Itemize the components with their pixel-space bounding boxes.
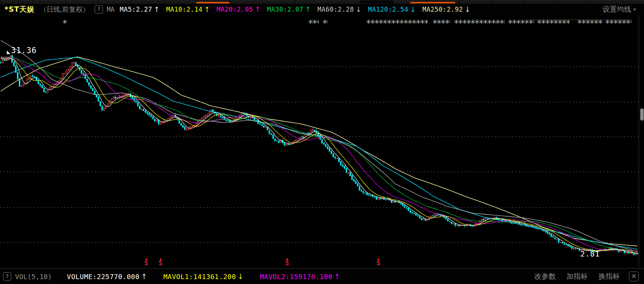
ma-settings-button[interactable]: 设置均线 ▾	[603, 5, 639, 14]
ma-legend-item-6: MA250:2.92↓	[422, 6, 470, 13]
ma120-line	[1, 57, 638, 249]
ma-legend-item-label: MA120:2.54	[368, 6, 408, 13]
suspension-marker: ***	[323, 19, 328, 27]
arrow-down-icon: ↓	[356, 5, 361, 14]
help-icon[interactable]: ?	[3, 272, 11, 281]
ma-legend-item-0: MA5:2.27↑	[120, 6, 159, 13]
close-icon[interactable]: ×	[629, 272, 639, 281]
price-gridline	[0, 66, 639, 67]
tab-segment[interactable]	[164, 0, 196, 3]
sell-signal-marker: ▲S	[284, 258, 291, 266]
arrow-up-icon: ↑	[205, 5, 210, 14]
sell-signal-marker: ▲S	[157, 258, 164, 266]
ma-legend-item-label: MA20:2.05	[217, 6, 253, 13]
ma-legend-item-2: MA20:2.05↑	[217, 6, 260, 13]
suspension-marker: ******************	[454, 19, 505, 27]
suspension-marker: **********	[508, 19, 534, 27]
volume-legend-item-label: VOLUME:225770.000	[67, 273, 140, 281]
suspension-marker: *****	[308, 19, 319, 27]
arrow-up-icon: ↑	[334, 272, 340, 281]
arrow-up-icon: ↑	[255, 5, 260, 14]
volume-legend-item-1: MAVOL1:141361.200↓	[164, 273, 243, 281]
volume-legend-item-0: VOLUME:225770.000↑	[67, 273, 147, 281]
indicator-name-label: MA	[107, 6, 114, 13]
ma10-line	[1, 58, 638, 253]
ma-legend: MA5:2.27↑MA10:2.14↑MA20:2.05↑MA30:2.07↑M…	[120, 6, 477, 13]
volume-legend-item-label: MAVOL2:159176.100	[260, 273, 333, 281]
suspension-marker: **********************	[366, 19, 428, 27]
ma5-line	[1, 58, 638, 253]
kline-chart-area[interactable]: ◣ 31.36 2.81 ***************************…	[0, 15, 644, 268]
ma20-line	[1, 57, 638, 251]
tab-segment[interactable]	[66, 0, 98, 3]
ma-legend-item-5: MA120:2.54↓	[368, 6, 416, 13]
ma-settings-label: 设置均线	[603, 5, 631, 14]
tab-segment[interactable]	[459, 0, 491, 3]
volume-legend-items: VOLUME:225770.000↑MAVOL1:141361.200↓MAVO…	[57, 273, 347, 281]
sell-marker-letter: S	[157, 260, 164, 266]
high-price-label: 31.36	[11, 46, 37, 55]
volume-legend-item-2: MAVOL2:159176.100↑	[260, 273, 340, 281]
high-price-arrow-icon: ◣	[7, 49, 10, 55]
arrow-up-icon: ↑	[141, 272, 147, 281]
tab-segment[interactable]	[623, 0, 644, 3]
tab-segment[interactable]	[99, 0, 131, 3]
ma30-line	[1, 57, 638, 251]
candles	[0, 55, 638, 256]
suspension-marker: ************	[537, 19, 570, 27]
sell-marker-letter: S	[143, 260, 150, 266]
suspension-marker: **********	[605, 19, 632, 27]
suspension-marker: *******	[433, 19, 450, 27]
tab-segment[interactable]	[230, 0, 262, 3]
suspension-marker: **********	[577, 19, 603, 27]
chevron-down-icon: ▾	[633, 7, 636, 12]
action-button-2[interactable]: 换指标	[598, 272, 620, 281]
arrow-down-icon: ↓	[465, 5, 470, 14]
arrow-up-icon: ↑	[305, 5, 311, 14]
chart-right-border	[639, 15, 639, 284]
tab-segment[interactable]	[132, 0, 164, 3]
tab-segment[interactable]	[295, 0, 327, 3]
arrow-up-icon: ↑	[154, 5, 159, 14]
ma-legend-item-3: MA30:2.07↑	[267, 6, 311, 13]
app-window: *ST天娱 （日线,前复权） ? MA MA5:2.27↑MA10:2.14↑M…	[0, 0, 644, 284]
tab-segment[interactable]	[328, 0, 360, 3]
volume-legend-item-label: MAVOL1:141361.200	[164, 273, 236, 281]
sell-signal-marker: ▲S	[143, 258, 150, 266]
low-price-annotation: 2.81	[580, 249, 600, 258]
ma-legend-item-4: MA60:2.28↓	[318, 6, 361, 13]
action-button-0[interactable]: 改参数	[534, 272, 556, 281]
indicator-action-buttons: 改参数加指标换指标×	[524, 269, 639, 284]
tab-segment[interactable]	[492, 0, 524, 3]
price-gridline	[0, 102, 639, 102]
ma-legend-item-label: MA250:2.92	[422, 6, 463, 13]
chart-mode-label: （日线,前复权）	[40, 5, 90, 14]
high-price-annotation: ◣ 31.36	[7, 46, 37, 55]
arrow-down-icon: ↓	[238, 272, 243, 281]
action-button-1[interactable]: 加指标	[566, 272, 588, 281]
price-gridline	[0, 171, 639, 172]
ma60-line	[1, 41, 638, 252]
tab-segment[interactable]	[590, 0, 623, 3]
tab-segment[interactable]	[0, 0, 32, 3]
ma-legend-item-label: MA5:2.27	[120, 6, 152, 13]
volume-indicator-bar: ? VOL(5,10) VOLUME:225770.000↑MAVOL1:141…	[0, 268, 644, 284]
kline-chart-canvas	[0, 15, 639, 268]
scrollbar-thumb[interactable]	[640, 108, 644, 121]
ma-legend-item-label: MA30:2.07	[267, 6, 304, 13]
ma-legend-item-1: MA10:2.14↑	[166, 6, 210, 13]
ma-legend-item-label: MA60:2.28	[318, 6, 354, 13]
help-icon[interactable]: ?	[95, 5, 103, 14]
tab-segment[interactable]	[33, 0, 65, 3]
tab-segment[interactable]	[558, 0, 590, 3]
indicator-header-bar: *ST天娱 （日线,前复权） ? MA MA5:2.27↑MA10:2.14↑M…	[0, 3, 644, 15]
volume-indicator-legend: ? VOL(5,10) VOLUME:225770.000↑MAVOL1:141…	[3, 269, 347, 284]
tab-segment[interactable]	[525, 0, 557, 3]
sell-signal-marker: ▲S	[375, 258, 382, 266]
tab-segment[interactable]	[263, 0, 295, 3]
arrow-down-icon: ↓	[410, 5, 416, 14]
tab-segment[interactable]	[361, 0, 393, 3]
sell-marker-letter: S	[284, 260, 291, 266]
suspension-marker: ***	[63, 19, 67, 27]
sell-marker-letter: S	[375, 260, 382, 266]
